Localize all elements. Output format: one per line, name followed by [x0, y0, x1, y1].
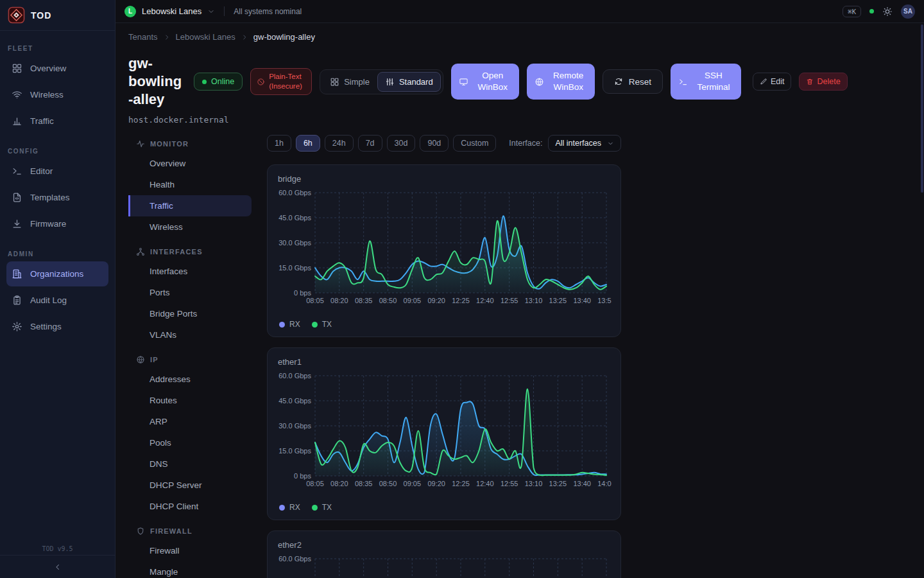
open-winbox-button[interactable]: Open WinBox — [451, 64, 519, 100]
subnav-item-firewall[interactable]: Firewall — [128, 540, 252, 561]
subnav-item-dns[interactable]: DNS — [128, 453, 252, 475]
subnav-item-dhcp-client[interactable]: DHCP Client — [128, 496, 252, 517]
device-subnav: MONITOROverviewHealthTrafficWirelessINTE… — [128, 135, 252, 578]
chart-controls: 1h6h24h7d30d90dCustom Interface: All int… — [267, 135, 621, 152]
subnav-item-interfaces[interactable]: Interfaces — [128, 261, 252, 282]
svg-text:60.0 Gbps: 60.0 Gbps — [278, 189, 311, 197]
pencil-icon — [760, 78, 767, 85]
monitor-icon — [459, 77, 468, 87]
breadcrumb-item[interactable]: Tenants — [128, 32, 158, 42]
page-title: gw-bowling-alley — [128, 55, 186, 109]
tenant-name: Lebowski Lanes — [142, 6, 201, 16]
user-avatar[interactable]: SA — [901, 4, 915, 19]
topbar-divider — [224, 6, 225, 16]
svg-text:08:05: 08:05 — [306, 480, 324, 487]
svg-text:45.0 Gbps: 45.0 Gbps — [278, 397, 311, 405]
legend-item-tx: TX — [312, 503, 332, 512]
chart-title: bridge — [278, 174, 610, 184]
subnav-item-bridge-ports[interactable]: Bridge Ports — [128, 303, 252, 324]
remote-winbox-button[interactable]: Remote WinBox — [527, 64, 595, 100]
view-mode-simple[interactable]: Simple — [322, 72, 377, 92]
subnav-item-arp[interactable]: ARP — [128, 411, 252, 432]
svg-text:08:20: 08:20 — [330, 480, 348, 487]
status-badge-online: Online — [194, 73, 243, 91]
sidebar-item-wireless[interactable]: Wireless — [6, 82, 108, 107]
sidebar-collapse-button[interactable] — [0, 555, 115, 578]
page-scrollbar[interactable] — [921, 24, 923, 193]
subnav-item-pools[interactable]: Pools — [128, 432, 252, 453]
subnav-section: INTERFACESInterfacesPortsBridge PortsVLA… — [128, 243, 252, 346]
theme-toggle-icon[interactable] — [882, 6, 893, 17]
subnav-item-dhcp-server[interactable]: DHCP Server — [128, 475, 252, 496]
download-icon — [12, 218, 22, 229]
svg-text:15.0 Gbps: 15.0 Gbps — [278, 447, 311, 455]
range-chip-6h[interactable]: 6h — [296, 135, 320, 152]
breadcrumb: TenantsLebowski Lanesgw-bowling-alley — [128, 32, 911, 42]
sidebar-item-overview[interactable]: Overview — [6, 56, 108, 81]
range-chip-24h[interactable]: 24h — [325, 135, 354, 152]
tenant-switcher[interactable]: L Lebowski Lanes — [124, 6, 215, 17]
svg-text:60.0 Gbps: 60.0 Gbps — [278, 555, 311, 563]
subnav-item-wireless[interactable]: Wireless — [128, 216, 252, 238]
subnav-item-health[interactable]: Health — [128, 174, 252, 195]
subnav-item-mangle[interactable]: Mangle — [128, 561, 252, 578]
chevron-right-icon — [241, 33, 248, 41]
svg-text:45.0 Gbps: 45.0 Gbps — [278, 214, 311, 222]
reset-button[interactable]: Reset — [603, 69, 663, 94]
health-dot — [869, 9, 874, 13]
chart-card-ether1: ether10 bps15.0 Gbps30.0 Gbps45.0 Gbps60… — [267, 347, 621, 520]
delete-button[interactable]: Delete — [799, 73, 847, 91]
sidebar-item-label: Settings — [30, 322, 62, 331]
traffic-chart: 0 bps15.0 Gbps30.0 Gbps45.0 Gbps60.0 Gbp… — [278, 371, 612, 498]
sidebar-item-traffic[interactable]: Traffic — [6, 109, 108, 134]
sidebar-item-templates[interactable]: Templates — [6, 185, 108, 210]
svg-text:09:05: 09:05 — [404, 297, 422, 304]
subnav-item-traffic[interactable]: Traffic — [128, 195, 252, 216]
sidebar-item-editor[interactable]: Editor — [6, 159, 108, 184]
subnav-section: MONITOROverviewHealthTrafficWireless — [128, 135, 252, 238]
view-mode-standard[interactable]: Standard — [377, 72, 441, 92]
sidebar-item-audit-log[interactable]: Audit Log — [6, 288, 108, 313]
subnav-item-addresses[interactable]: Addresses — [128, 369, 252, 390]
ssh-terminal-button[interactable]: SSH Terminal — [671, 64, 741, 100]
interface-select[interactable]: All interfaces — [548, 135, 621, 152]
command-palette-shortcut[interactable]: ⌘K — [843, 6, 861, 17]
chevron-right-icon — [163, 33, 171, 41]
chart-title: ether1 — [278, 357, 610, 367]
subnav-section-header: FIREWALL — [128, 522, 252, 540]
chart-card-ether2: ether20 bps15.0 Gbps30.0 Gbps45.0 Gbps60… — [267, 530, 621, 578]
svg-text:13:10: 13:10 — [525, 480, 543, 487]
svg-text:13:40: 13:40 — [573, 297, 591, 304]
sidebar-item-organizations[interactable]: Organizations — [6, 261, 108, 286]
chart-legend: RXTX — [278, 315, 610, 330]
svg-text:08:35: 08:35 — [355, 297, 373, 304]
wifi-icon — [12, 89, 22, 100]
svg-text:09:20: 09:20 — [427, 480, 445, 487]
range-chip-1h[interactable]: 1h — [267, 135, 291, 152]
breadcrumb-item[interactable]: Lebowski Lanes — [176, 32, 235, 42]
svg-text:13:10: 13:10 — [525, 297, 543, 304]
grid-icon — [330, 77, 339, 87]
subnav-item-vlans[interactable]: VLANs — [128, 324, 252, 346]
svg-text:08:50: 08:50 — [379, 297, 397, 304]
system-status-text: All systems nominal — [234, 7, 302, 16]
range-chip-90d[interactable]: 90d — [420, 135, 449, 152]
sidebar-item-settings[interactable]: Settings — [6, 314, 108, 339]
charts-column: 1h6h24h7d30d90dCustom Interface: All int… — [267, 135, 621, 578]
range-chip-30d[interactable]: 30d — [387, 135, 416, 152]
refresh-icon — [614, 77, 623, 86]
status-badge-insecure: Plain-Text (Insecure) — [250, 68, 312, 95]
insecure-slash-icon — [257, 78, 265, 86]
subnav-item-overview[interactable]: Overview — [128, 153, 252, 174]
sidebar-item-firmware[interactable]: Firmware — [6, 211, 108, 236]
subnav-item-ports[interactable]: Ports — [128, 282, 252, 303]
app-logo-icon — [8, 6, 25, 24]
range-chip-custom[interactable]: Custom — [453, 135, 496, 152]
sidebar-item-label: Overview — [30, 64, 66, 73]
subnav-item-routes[interactable]: Routes — [128, 390, 252, 411]
svg-text:08:50: 08:50 — [379, 480, 397, 487]
range-chip-7d[interactable]: 7d — [358, 135, 382, 152]
sidebar-item-label: Wireless — [30, 90, 64, 100]
edit-button[interactable]: Edit — [753, 73, 792, 91]
tenant-avatar: L — [124, 6, 136, 17]
